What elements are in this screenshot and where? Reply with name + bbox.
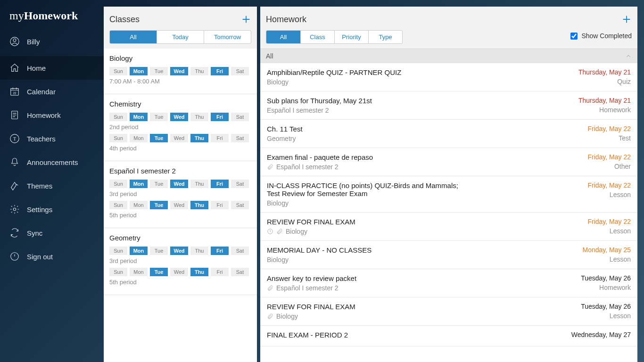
homework-right: Wednesday, May 27 bbox=[571, 331, 631, 341]
classes-title: Classes bbox=[109, 15, 140, 25]
user-icon bbox=[9, 36, 20, 47]
class-item[interactable]: ChemistrySunMonTueWedThuFriSat2nd period… bbox=[104, 94, 257, 161]
homework-item[interactable]: Amphibian/Reptile QUIZ - PARTNER QUIZBio… bbox=[260, 63, 637, 91]
day-chip: Thu bbox=[190, 67, 208, 75]
homework-item[interactable]: IN-CLASS PRACTICE (no points) QUIZ-Birds… bbox=[260, 176, 637, 213]
day-chip: Sat bbox=[231, 268, 249, 276]
homework-section-bar[interactable]: All bbox=[260, 49, 637, 63]
homework-icon bbox=[9, 110, 20, 120]
brand-main: Homework bbox=[24, 9, 78, 22]
attachment-icon bbox=[267, 164, 273, 170]
homework-item[interactable]: FINAL EXAM - PERIOD 2Wednesday, May 27 bbox=[260, 326, 637, 346]
homework-right: Friday, May 22Other bbox=[587, 153, 631, 171]
class-item[interactable]: GeometrySunMonTueWedThuFriSat3rd periodS… bbox=[104, 228, 257, 295]
day-row: SunMonTueWedThuFriSat bbox=[109, 247, 251, 255]
homework-title: Sub plans for Thursday, May 21st bbox=[267, 97, 569, 105]
day-chip: Sun bbox=[109, 201, 127, 209]
seg-type[interactable]: Type bbox=[368, 31, 402, 43]
day-chip: Fri bbox=[211, 134, 229, 142]
schedule-meta: 5th period bbox=[109, 212, 251, 219]
chevron-up-icon bbox=[625, 53, 632, 59]
nav-signout[interactable]: Sign out bbox=[0, 245, 104, 268]
day-chip: Wed bbox=[170, 201, 188, 209]
nav-label: Homework bbox=[27, 111, 61, 119]
day-chip: Thu bbox=[190, 268, 208, 276]
homework-date: Thursday, May 21 bbox=[578, 68, 631, 76]
day-row: SunMonTueWedThuFriSat bbox=[109, 67, 251, 75]
nav-label: Calendar bbox=[27, 88, 56, 96]
seg-tomorrow[interactable]: Tomorrow bbox=[204, 31, 251, 43]
day-chip: Thu bbox=[190, 134, 208, 142]
attachment-icon bbox=[276, 228, 283, 235]
nav-label: Sync bbox=[27, 229, 42, 237]
day-chip: Mon bbox=[130, 247, 148, 255]
seg-priority[interactable]: Priority bbox=[334, 31, 368, 43]
day-chip: Sun bbox=[109, 247, 127, 255]
class-item[interactable]: Español I semester 2SunMonTueWedThuFriSa… bbox=[104, 161, 257, 228]
nav-label: Settings bbox=[27, 206, 52, 214]
nav-home[interactable]: Home bbox=[0, 56, 104, 80]
day-chip: Mon bbox=[130, 113, 148, 121]
day-chip: Wed bbox=[170, 134, 188, 142]
classes-list: BiologySunMonTueWedThuFriSat7:00 AM - 8:… bbox=[104, 49, 257, 362]
homework-title: Ch. 11 Test bbox=[267, 125, 578, 133]
homework-item[interactable]: Ch. 11 TestGeometryFriday, May 22Test bbox=[260, 120, 637, 148]
homework-list: Amphibian/Reptile QUIZ - PARTNER QUIZBio… bbox=[260, 63, 637, 362]
day-chip: Mon bbox=[130, 268, 148, 276]
day-chip: Tue bbox=[150, 134, 168, 142]
add-homework-button[interactable] bbox=[621, 14, 632, 25]
attachment-icon bbox=[267, 313, 273, 320]
nav-sync[interactable]: Sync bbox=[0, 221, 104, 245]
nav-label: Teachers bbox=[27, 135, 56, 143]
homework-type: Lesson bbox=[587, 227, 631, 235]
day-chip: Sun bbox=[109, 268, 127, 276]
schedule-meta: 2nd period bbox=[109, 123, 251, 131]
nav-calendar[interactable]: 22Calendar bbox=[0, 80, 104, 103]
day-row: SunMonTueWedThuFriSat bbox=[109, 268, 251, 276]
nav-homework[interactable]: Homework bbox=[0, 103, 104, 127]
nav-settings[interactable]: Settings bbox=[0, 197, 104, 221]
nav-teachers[interactable]: TTeachers bbox=[0, 127, 104, 150]
day-chip: Wed bbox=[170, 268, 188, 276]
seg-class[interactable]: Class bbox=[300, 31, 334, 43]
class-name: Biology bbox=[109, 54, 251, 62]
homework-date: Friday, May 22 bbox=[587, 153, 631, 161]
show-completed-toggle[interactable]: Show Completed bbox=[570, 32, 632, 40]
nav-announcements[interactable]: Announcements bbox=[0, 150, 104, 174]
homework-title: FINAL EXAM - PERIOD 2 bbox=[267, 331, 562, 339]
clock-icon bbox=[267, 228, 273, 235]
homework-item[interactable]: REVIEW FOR FINAL EXAMBiologyTuesday, May… bbox=[260, 297, 637, 326]
homework-item[interactable]: Examen final - paquete de repasoEspañol … bbox=[260, 148, 637, 176]
seg-all[interactable]: All bbox=[266, 31, 300, 43]
day-chip: Mon bbox=[130, 201, 148, 209]
homework-title: Amphibian/Reptile QUIZ - PARTNER QUIZ bbox=[267, 68, 569, 76]
homework-item[interactable]: MEMORIAL DAY - NO CLASSESBiologyMonday, … bbox=[260, 241, 637, 269]
seg-today[interactable]: Today bbox=[157, 31, 204, 43]
homework-date: Friday, May 22 bbox=[587, 218, 631, 225]
show-completed-checkbox[interactable] bbox=[570, 33, 578, 40]
homework-subject: Biology bbox=[267, 256, 573, 263]
homework-left: Amphibian/Reptile QUIZ - PARTNER QUIZBio… bbox=[267, 68, 569, 86]
nav-themes[interactable]: Themes bbox=[0, 174, 104, 197]
homework-title: Answer key to review packet bbox=[267, 274, 571, 282]
homework-right: Friday, May 22Test bbox=[587, 125, 631, 142]
homework-left: REVIEW FOR FINAL EXAMBiology bbox=[267, 218, 578, 235]
section-label: All bbox=[266, 52, 273, 60]
class-name: Español I semester 2 bbox=[109, 167, 251, 175]
add-class-button[interactable] bbox=[241, 14, 251, 25]
user-row[interactable]: Billy bbox=[9, 36, 104, 47]
day-chip: Sat bbox=[231, 201, 249, 209]
seg-all[interactable]: All bbox=[110, 31, 157, 43]
homework-item[interactable]: REVIEW FOR FINAL EXAMBiologyFriday, May … bbox=[260, 213, 637, 241]
homework-item[interactable]: Sub plans for Thursday, May 21stEspañol … bbox=[260, 91, 637, 120]
homework-item[interactable]: Answer key to review packetEspañol I sem… bbox=[260, 269, 637, 297]
day-chip: Thu bbox=[190, 180, 208, 188]
homework-left: MEMORIAL DAY - NO CLASSESBiology bbox=[267, 246, 573, 263]
signout-icon bbox=[9, 251, 20, 262]
homework-type: Lesson bbox=[587, 191, 631, 198]
class-item[interactable]: BiologySunMonTueWedThuFriSat7:00 AM - 8:… bbox=[104, 49, 257, 94]
classes-panel: Classes AllTodayTomorrow BiologySunMonTu… bbox=[104, 7, 257, 362]
show-completed-label: Show Completed bbox=[581, 32, 632, 40]
nav-label: Home bbox=[27, 64, 46, 72]
day-chip: Thu bbox=[190, 247, 208, 255]
